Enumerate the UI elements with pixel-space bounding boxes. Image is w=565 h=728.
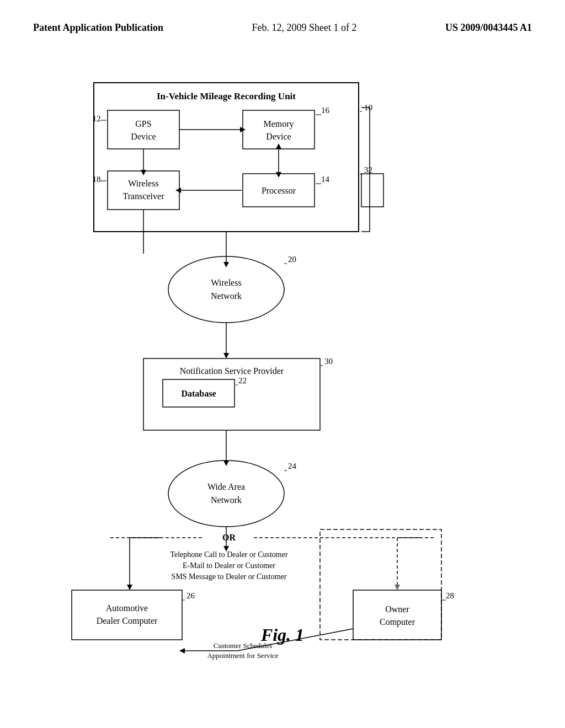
figure-caption: Fig. 1: [261, 625, 304, 645]
owner-computer-label: Owner: [385, 604, 409, 614]
gps-label: GPS: [135, 119, 151, 129]
svg-marker-33: [223, 461, 229, 466]
svg-rect-43: [72, 590, 182, 640]
ref-22: 22: [238, 376, 247, 385]
patent-number-label: US 2009/0043445 A1: [445, 22, 532, 34]
email-label: E-Mail to Dealer or Customer: [183, 561, 275, 570]
memory-label2: Device: [266, 132, 291, 141]
transceiver-label2: Transceiver: [123, 191, 165, 201]
ref-32: 32: [364, 165, 372, 174]
svg-marker-27: [223, 353, 229, 358]
gps-label2: Device: [131, 132, 156, 141]
ref-26: 26: [186, 591, 195, 600]
date-sheet-label: Feb. 12, 2009 Sheet 1 of 2: [252, 22, 357, 34]
svg-rect-5: [361, 174, 383, 207]
svg-marker-9: [276, 143, 281, 149]
svg-rect-1: [108, 110, 179, 149]
ref-12: 12: [93, 114, 101, 123]
diagram-area: In-Vehicle Mileage Recording Unit GPS De…: [0, 66, 565, 673]
svg-marker-52: [179, 648, 185, 654]
invehicle-title: In-Vehicle Mileage Recording Unit: [157, 91, 296, 101]
ref-16: 16: [321, 106, 330, 115]
wireless-network-label2: Network: [211, 291, 242, 301]
svg-marker-23: [223, 262, 229, 267]
svg-marker-10: [276, 172, 281, 178]
ref-28: 28: [446, 591, 454, 600]
svg-point-34: [168, 461, 284, 527]
or-label: OR: [222, 533, 236, 542]
svg-rect-2: [243, 110, 315, 149]
ref-14: 14: [321, 175, 330, 184]
telephone-label: Telephone Call to Dealer or Customer: [170, 550, 288, 559]
svg-rect-4: [108, 171, 179, 210]
svg-marker-42: [127, 585, 132, 590]
svg-marker-14: [175, 188, 181, 193]
nsp-label: Notification Service Provider: [180, 366, 284, 376]
wan-label2: Network: [211, 495, 242, 505]
automotive-dealer-label: Automotive: [106, 603, 148, 613]
wan-label: Wide Area: [207, 482, 245, 491]
patent-diagram: In-Vehicle Mileage Recording Unit GPS De…: [0, 66, 565, 673]
transceiver-label: Wireless: [128, 179, 158, 188]
wireless-network-label: Wireless: [211, 278, 241, 287]
publication-label: Patent Application Publication: [33, 22, 163, 34]
ref-24: 24: [288, 462, 297, 470]
owner-computer-label2: Computer: [380, 617, 415, 627]
svg-marker-12: [141, 170, 146, 175]
page-header: Patent Application Publication Feb. 12, …: [0, 0, 565, 34]
ref-30: 30: [324, 357, 333, 366]
processor-label: Processor: [262, 186, 296, 195]
ref-18: 18: [93, 175, 101, 184]
svg-rect-48: [353, 590, 441, 640]
sms-label: SMS Message to Dealer or Customer: [172, 572, 287, 581]
memory-label: Memory: [263, 119, 294, 129]
customer-schedules-label2: Appointment for Service: [207, 651, 278, 660]
database-label: Database: [181, 389, 216, 398]
svg-marker-47: [395, 585, 400, 590]
automotive-dealer-label2: Dealer Computer: [97, 616, 158, 626]
ref-20: 20: [288, 255, 296, 264]
